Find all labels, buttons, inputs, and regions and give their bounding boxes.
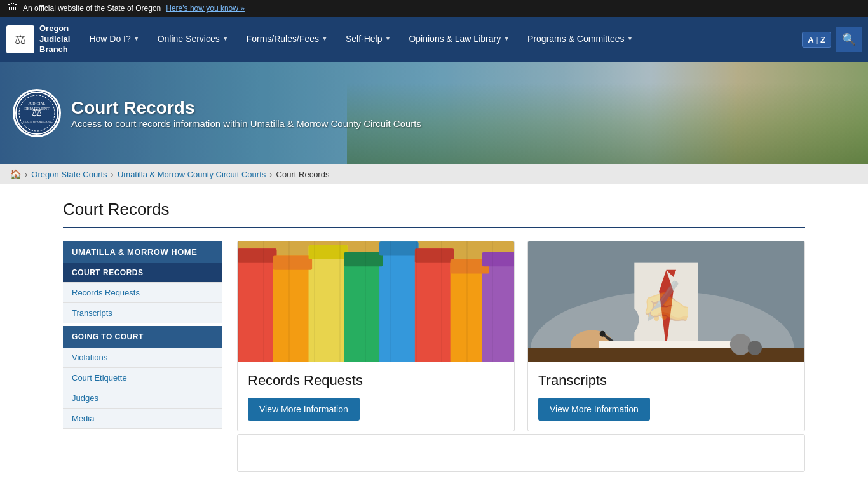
view-more-records-button[interactable]: View More Information — [248, 398, 360, 421]
svg-rect-19 — [379, 241, 418, 255]
svg-rect-6 — [238, 241, 514, 362]
sidebar-section-going-to-court[interactable]: GOING TO COURT — [63, 326, 222, 348]
svg-text:⚖: ⚖ — [32, 106, 42, 119]
judicial-seal: JUDICIAL DEPARTMENT STATE OF OREGON ⚖ — [13, 89, 61, 137]
svg-rect-22 — [482, 252, 514, 266]
sidebar-item-court-etiquette[interactable]: Court Etiquette — [63, 368, 222, 388]
logo-icon: ⚖ — [6, 25, 34, 53]
hero-banner: JUDICIAL DEPARTMENT STATE OF OREGON ⚖ Co… — [0, 62, 868, 164]
svg-rect-11 — [379, 241, 418, 362]
svg-rect-18 — [344, 252, 383, 266]
card-body-transcripts: Transcripts View More Information — [528, 362, 804, 431]
nav-item-self-help[interactable]: Self-Help ▼ — [337, 17, 400, 62]
hero-text: Court Records Access to court records in… — [71, 98, 421, 129]
sidebar-item-judges[interactable]: Judges — [63, 388, 222, 409]
svg-rect-21 — [451, 259, 489, 273]
chevron-down-icon: ▼ — [627, 35, 634, 42]
breadcrumb-link-state-courts[interactable]: Oregon State Courts — [31, 170, 107, 179]
cards-grid: Records Requests View More Information — [237, 241, 805, 431]
sidebar-item-violations[interactable]: Violations — [63, 348, 222, 368]
svg-text:JUDICIAL: JUDICIAL — [29, 102, 46, 105]
svg-rect-9 — [309, 245, 348, 362]
search-button[interactable]: 🔍 — [836, 27, 862, 52]
page-title: Court Records — [63, 200, 805, 228]
svg-rect-15 — [238, 248, 276, 262]
hero-content: JUDICIAL DEPARTMENT STATE OF OREGON ⚖ Co… — [0, 62, 868, 164]
view-more-transcripts-button[interactable]: View More Information — [538, 398, 650, 421]
card-transcripts: Transcripts View More Information — [527, 241, 805, 431]
hero-subtitle: Access to court records information with… — [71, 118, 421, 129]
breadcrumb-separator: › — [111, 170, 114, 179]
official-text: An official website of the State of Oreg… — [23, 4, 161, 13]
nav-items: How Do I? ▼ Online Services ▼ Forms/Rule… — [80, 17, 802, 62]
chevron-down-icon: ▼ — [133, 35, 140, 42]
hero-title: Court Records — [71, 98, 421, 118]
breadcrumb-link-circuit-courts[interactable]: Umatilla & Morrow County Circuit Courts — [118, 170, 266, 179]
main-content: Court Records UMATILLA & MORROW HOME COU… — [53, 184, 815, 487]
how-you-know-link[interactable]: Here's how you know » — [166, 4, 245, 13]
svg-rect-12 — [415, 248, 454, 362]
svg-text:STATE OF OREGON: STATE OF OREGON — [23, 120, 51, 123]
svg-rect-16 — [273, 256, 312, 270]
sidebar-item-records-requests[interactable]: Records Requests — [63, 283, 222, 303]
breadcrumb-separator: › — [25, 170, 27, 179]
breadcrumb-current: Court Records — [276, 170, 330, 179]
home-icon[interactable]: 🏠 — [10, 169, 21, 179]
sidebar-item-transcripts[interactable]: Transcripts — [63, 303, 222, 323]
card-title-transcripts: Transcripts — [538, 372, 794, 389]
breadcrumb-separator: › — [269, 170, 272, 179]
nav-item-programs[interactable]: Programs & Committees ▼ — [519, 17, 642, 62]
svg-rect-7 — [238, 248, 276, 362]
chevron-down-icon: ▼ — [385, 35, 391, 42]
chevron-down-icon: ▼ — [222, 35, 229, 42]
card-title-records: Records Requests — [248, 372, 504, 389]
card-partial-third — [237, 434, 805, 472]
chevron-down-icon: ▼ — [503, 35, 510, 42]
top-bar: 🏛 An official website of the State of Or… — [0, 0, 868, 17]
navigation-bar: ⚖ OregonJudicialBranch How Do I? ▼ Onlin… — [0, 17, 868, 62]
sidebar-section-umatilla-home[interactable]: UMATILLA & MORROW HOME — [63, 241, 222, 263]
svg-rect-20 — [415, 248, 454, 262]
card-image-folders — [238, 241, 514, 362]
svg-rect-13 — [451, 259, 489, 362]
translate-button[interactable]: A | Z — [802, 32, 831, 48]
svg-point-31 — [600, 331, 606, 337]
card-records-requests: Records Requests View More Information — [237, 241, 515, 431]
chevron-down-icon: ▼ — [322, 35, 328, 42]
nav-right: A | Z 🔍 — [802, 27, 862, 52]
svg-rect-10 — [344, 252, 383, 362]
site-logo[interactable]: ⚖ OregonJudicialBranch — [6, 24, 70, 56]
svg-point-34 — [730, 334, 751, 355]
svg-rect-14 — [482, 252, 514, 362]
svg-rect-33 — [528, 348, 804, 363]
content-layout: UMATILLA & MORROW HOME COURT RECORDS Rec… — [63, 241, 805, 472]
card-body-records: Records Requests View More Information — [238, 362, 514, 431]
nav-item-online-services[interactable]: Online Services ▼ — [149, 17, 238, 62]
svg-rect-8 — [273, 256, 312, 363]
sidebar-item-court-records[interactable]: COURT RECORDS — [63, 263, 222, 283]
nav-item-opinions[interactable]: Opinions & Law Library ▼ — [400, 17, 519, 62]
nav-item-forms[interactable]: Forms/Rules/Fees ▼ — [238, 17, 337, 62]
svg-point-35 — [748, 341, 762, 355]
sidebar: UMATILLA & MORROW HOME COURT RECORDS Rec… — [63, 241, 222, 472]
svg-rect-17 — [309, 245, 348, 259]
sidebar-item-media[interactable]: Media — [63, 409, 222, 429]
breadcrumb: 🏠 › Oregon State Courts › Umatilla & Mor… — [0, 164, 868, 184]
cards-area: Records Requests View More Information — [237, 241, 805, 472]
nav-item-how-do-i[interactable]: How Do I? ▼ — [80, 17, 148, 62]
flag-icon: 🏛 — [8, 3, 18, 14]
card-image-signing — [528, 241, 804, 362]
logo-text: OregonJudicialBranch — [39, 24, 70, 56]
